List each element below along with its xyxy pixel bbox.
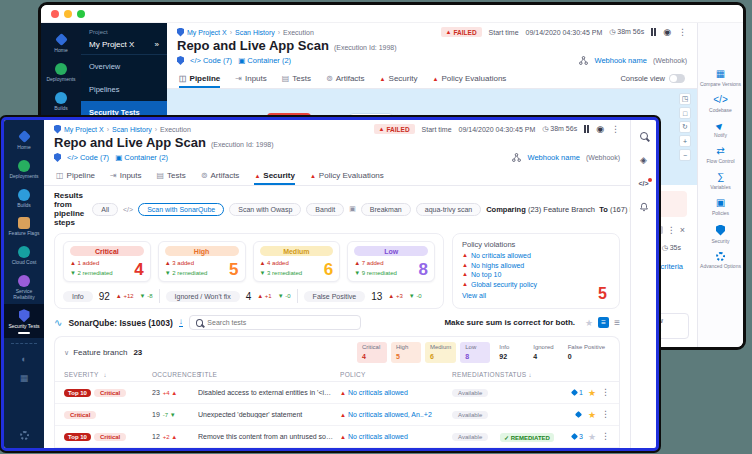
advanced-options-button[interactable]: Advanced Options	[698, 252, 743, 269]
breadcrumb-scan-history[interactable]: Scan History	[235, 29, 275, 36]
view-all-link[interactable]: View all	[462, 292, 610, 299]
sidebar-item-home[interactable]: Home	[41, 28, 81, 58]
pause-button[interactable]	[651, 28, 656, 36]
filter-chip-breakman[interactable]: Breakman	[361, 203, 411, 216]
sidebar-item-builds[interactable]: Builds	[41, 87, 81, 116]
tab-tests[interactable]: ▤Tests	[157, 166, 186, 185]
notify-button[interactable]: ▶Notify	[698, 122, 743, 138]
sidebar-item-settings[interactable]	[4, 426, 44, 444]
code-error-icon[interactable]: </>	[638, 180, 648, 187]
fullscreen-button[interactable]: ◳	[679, 93, 691, 105]
flow-control-button[interactable]: ⇄Flow Control	[698, 146, 743, 164]
tab-tests[interactable]: ▤Tests	[282, 69, 311, 88]
col-title[interactable]: TITLE	[198, 371, 340, 378]
star-icon[interactable]: ★	[588, 388, 596, 398]
filter-chip-sonarqube[interactable]: Scan with SonarQube	[138, 203, 224, 216]
variables-button[interactable]: ∑Variables	[698, 172, 743, 190]
tab-pipeline[interactable]: ◫Pipeline	[56, 166, 95, 185]
tab-policy-evaluations[interactable]: ▲Policy Evaluations	[432, 69, 506, 88]
policies-button[interactable]: ▣Policies	[698, 198, 743, 216]
row-more-button[interactable]: ⋮	[601, 410, 610, 419]
tab-security[interactable]: ▲Security	[380, 69, 418, 88]
sidebar-item-builds[interactable]: Builds	[4, 184, 44, 213]
zoom-out-button[interactable]: −	[679, 149, 691, 161]
shield-diamond-icon[interactable]: ◈	[640, 155, 647, 165]
annotation-count[interactable]: 1	[572, 389, 583, 396]
bell-icon[interactable]	[639, 202, 649, 212]
compare-versions-button[interactable]: ▦Compare Versions	[698, 69, 743, 87]
abort-button[interactable]: ◉	[663, 28, 671, 37]
issue-row[interactable]: Critical 19-7 ▼ Unexpected 'debugger' st…	[55, 404, 619, 426]
sidebar-item-cloud-cost[interactable]: Cloud Cost	[4, 241, 44, 270]
star-icon[interactable]: ★	[585, 318, 593, 328]
sidebar-item-deployments[interactable]: Deployments	[4, 155, 44, 184]
row-more-button[interactable]: ⋮	[601, 432, 610, 441]
abort-button[interactable]: ◉	[596, 125, 604, 134]
menu-icon[interactable]: ≡	[614, 317, 620, 328]
container-link[interactable]: ▣ Container (2)	[238, 56, 291, 65]
breadcrumb-scan-history[interactable]: Scan History	[112, 126, 152, 133]
tab-artifacts[interactable]: ⊚Artifacts	[201, 166, 240, 185]
col-remediation[interactable]: REMEDIATION	[452, 371, 500, 378]
tab-artifacts[interactable]: ⊚Artifacts	[326, 69, 365, 88]
policy-link[interactable]: ▲No criticals allowed	[340, 433, 452, 440]
sidebar-item-overview[interactable]: Overview	[81, 55, 167, 78]
console-view-toggle[interactable]	[669, 74, 685, 83]
project-selector[interactable]: My Project X »	[81, 37, 167, 55]
policy-violation-link[interactable]: ▲No top 10	[462, 271, 610, 278]
sidebar-item-deployments[interactable]: Deployments	[41, 58, 81, 87]
col-severity[interactable]: SEVERITY	[64, 371, 99, 378]
policy-link[interactable]: ▲No criticals allowed	[340, 389, 452, 396]
annotation-count[interactable]: 3	[572, 433, 583, 440]
webhook-link[interactable]: Webhook name	[527, 153, 579, 162]
zoom-in-button[interactable]: +	[679, 135, 691, 147]
sidebar-item-security-tests[interactable]: Security Tests	[4, 304, 44, 338]
tab-policy-evaluations[interactable]: ▲Policy Evaluations	[310, 166, 384, 185]
reset-zoom-button[interactable]: ↻	[679, 121, 691, 133]
collapse-group-icon[interactable]: ∨	[64, 349, 69, 357]
search-input[interactable]	[207, 319, 353, 326]
col-occurrences[interactable]: OCCURENCES	[152, 371, 198, 378]
annotation-count[interactable]	[576, 412, 583, 417]
policy-violation-link[interactable]: ▲No criticals allowed	[462, 252, 610, 259]
policy-link[interactable]: ▲No criticals allowed, An..+2	[340, 411, 452, 418]
panel-close-button[interactable]: ×	[680, 225, 685, 235]
container-link[interactable]: ▣ Container (2)	[115, 153, 168, 162]
collapse-icon[interactable]: »	[155, 40, 159, 49]
search-icon[interactable]	[640, 132, 648, 140]
security-button[interactable]: Security	[698, 225, 743, 244]
sidebar-item-service-reliability[interactable]: Service Reliability	[4, 270, 44, 305]
code-link[interactable]: </> Code (7)	[190, 56, 232, 65]
filter-chip-bandit[interactable]: Bandit	[306, 203, 344, 216]
sidebar-item-docs[interactable]: ▦	[4, 368, 44, 387]
tab-security[interactable]: ▲Security	[254, 166, 295, 185]
breadcrumb-project[interactable]: My Project X	[187, 29, 227, 36]
filter-chip-owasp[interactable]: Scan with Owasp	[229, 203, 301, 216]
col-policy[interactable]: POLICY	[340, 371, 452, 378]
code-link[interactable]: </> Code (7)	[67, 153, 109, 162]
policy-violation-link[interactable]: ▲No highs allowed	[462, 262, 610, 269]
comparing-selector[interactable]: Comparing (23) Feature Branch To (167) M…	[486, 205, 630, 214]
filter-chip-all[interactable]: All	[92, 203, 118, 216]
panel-more-button[interactable]: ⋮	[667, 226, 676, 235]
star-icon[interactable]: ★	[588, 432, 596, 442]
issue-row[interactable]: Top 10Critical 23+4 ▲ Disabled access to…	[55, 382, 619, 404]
tab-inputs[interactable]: ⇥Inputs	[110, 166, 142, 185]
webhook-link[interactable]: Webhook name	[594, 56, 646, 65]
sidebar-item-pipelines[interactable]: Pipelines	[81, 78, 167, 101]
sidebar-item-home[interactable]: Home	[4, 125, 44, 155]
maximize-window-button[interactable]	[77, 10, 85, 18]
issue-row[interactable]: Top 10Critical 12+2 ▲ Remove this conten…	[55, 426, 619, 448]
more-options-button[interactable]: ⋮	[678, 28, 687, 37]
filter-chip-aqua-trivy[interactable]: aqua-trivy scan	[416, 203, 481, 216]
policy-violation-link[interactable]: ▲Global security policy	[462, 281, 610, 288]
row-more-button[interactable]: ⋮	[601, 388, 610, 397]
download-icon[interactable]: ↓	[179, 318, 183, 327]
minimize-window-button[interactable]	[64, 10, 72, 18]
star-icon[interactable]: ★	[588, 410, 596, 420]
tab-inputs[interactable]: ⇥Inputs	[235, 69, 267, 88]
more-options-button[interactable]: ⋮	[611, 125, 620, 134]
col-status[interactable]: STATUS	[500, 371, 526, 378]
close-window-button[interactable]	[51, 10, 59, 18]
list-view-button[interactable]: ≡	[598, 317, 609, 328]
